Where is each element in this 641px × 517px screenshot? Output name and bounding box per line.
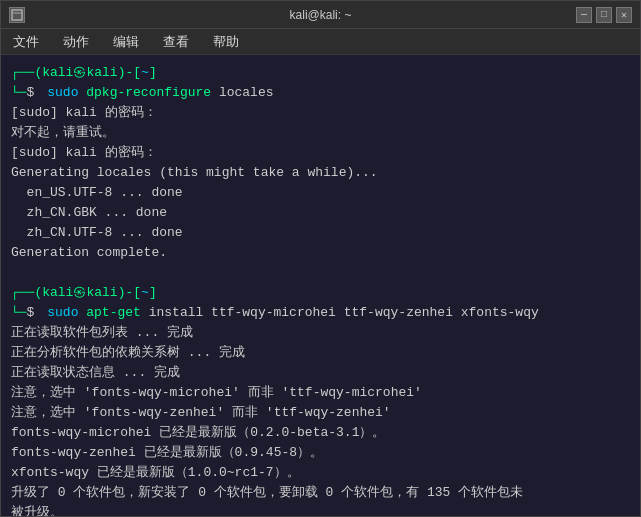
svg-rect-0 (12, 10, 22, 20)
cmd-dpkg: dpkg-reconfigure (86, 85, 211, 100)
output-locale-2: zh_CN.GBK ... done (11, 203, 630, 223)
cmd-apt-get: apt-get (86, 305, 141, 320)
prompt-user-1: kali (42, 65, 73, 80)
output-notice-microhei: 注意，选中 'fonts-wqy-microhei' 而非 'ttf-wqy-m… (11, 383, 630, 403)
output-upgrade-end: 被升级。 (11, 503, 630, 516)
output-locale-1: en_US.UTF-8 ... done (11, 183, 630, 203)
cmd-sudo-1: sudo (47, 85, 78, 100)
output-microhei-version: fonts-wqy-microhei 已经是最新版（0.2.0-beta-3.1… (11, 423, 630, 443)
prompt-dir-1: ~ (141, 65, 149, 80)
window-icon (9, 7, 25, 23)
output-upgrade-summary: 升级了 0 个软件包，新安装了 0 个软件包，要卸载 0 个软件包，有 135 … (11, 483, 630, 503)
minimize-button[interactable]: — (576, 7, 592, 23)
window-controls: — □ ✕ (576, 7, 632, 23)
cmd-sudo-2: sudo (47, 305, 78, 320)
output-sorry: 对不起，请重试。 (11, 123, 630, 143)
output-reading-state: 正在读取状态信息 ... 完成 (11, 363, 630, 383)
terminal-window: kali@kali: ~ — □ ✕ 文件 动作 编辑 查看 帮助 ┌──(ka… (0, 0, 641, 517)
menu-file[interactable]: 文件 (9, 31, 43, 53)
prompt-host-1: kali (86, 65, 117, 80)
output-notice-zenhei: 注意，选中 'fonts-wqy-zenhei' 而非 'ttf-wqy-zen… (11, 403, 630, 423)
menu-view[interactable]: 查看 (159, 31, 193, 53)
prompt-line-2: ┌──(kali㉿kali)-[~] (11, 283, 630, 303)
cmd-install-args: install ttf-wqy-microhei ttf-wqy-zenhei … (149, 305, 539, 320)
prompt-line-1: ┌──(kali㉿kali)-[~] (11, 63, 630, 83)
output-zenhei-version: fonts-wqy-zenhei 已经是最新版（0.9.45-8）。 (11, 443, 630, 463)
output-generation-complete: Generation complete. (11, 243, 630, 263)
terminal-body[interactable]: ┌──(kali㉿kali)-[~] └─$ sudo dpkg-reconfi… (1, 55, 640, 516)
prompt-dir-2: ~ (141, 285, 149, 300)
cmd-locales: locales (219, 85, 274, 100)
output-reading-list: 正在读取软件包列表 ... 完成 (11, 323, 630, 343)
maximize-button[interactable]: □ (596, 7, 612, 23)
menu-bar: 文件 动作 编辑 查看 帮助 (1, 29, 640, 55)
title-bar-left (9, 7, 25, 23)
prompt-host-2: kali (86, 285, 117, 300)
blank-line-1 (11, 263, 630, 283)
output-sudo-1: [sudo] kali 的密码： (11, 103, 630, 123)
command-line-1: └─$ sudo dpkg-reconfigure locales (11, 83, 630, 103)
output-generating: Generating locales (this might take a wh… (11, 163, 630, 183)
close-button[interactable]: ✕ (616, 7, 632, 23)
output-locale-3: zh_CN.UTF-8 ... done (11, 223, 630, 243)
menu-help[interactable]: 帮助 (209, 31, 243, 53)
title-bar: kali@kali: ~ — □ ✕ (1, 1, 640, 29)
prompt-bracket: ┌──( (11, 65, 42, 80)
prompt-user-2: kali (42, 285, 73, 300)
output-xfonts-version: xfonts-wqy 已经是最新版（1.0.0~rc1-7）。 (11, 463, 630, 483)
window-title: kali@kali: ~ (290, 8, 352, 22)
output-sudo-2: [sudo] kali 的密码： (11, 143, 630, 163)
menu-edit[interactable]: 编辑 (109, 31, 143, 53)
command-line-2: └─$ sudo apt-get install ttf-wqy-microhe… (11, 303, 630, 323)
menu-action[interactable]: 动作 (59, 31, 93, 53)
output-analyzing-deps: 正在分析软件包的依赖关系树 ... 完成 (11, 343, 630, 363)
